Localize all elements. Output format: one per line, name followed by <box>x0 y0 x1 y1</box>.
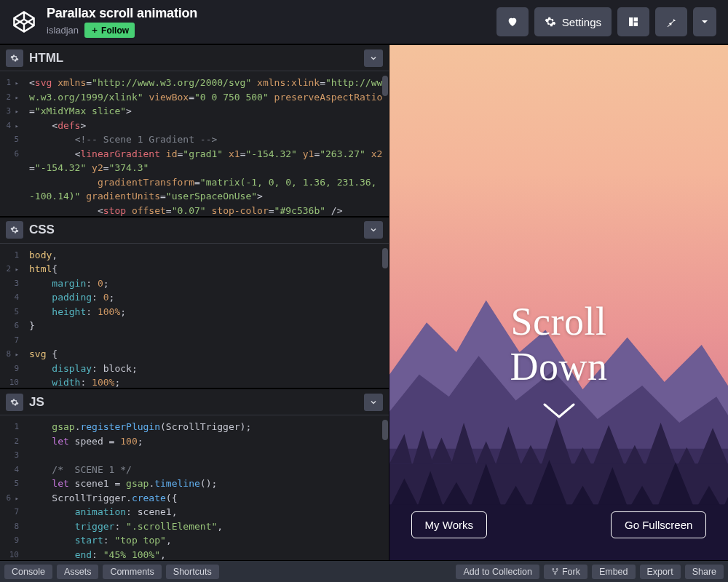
editors-column: HTML 123456 <svg xmlns="http://www.w3.or… <box>0 45 389 560</box>
html-panel-header: HTML <box>0 45 389 71</box>
heart-button[interactable] <box>496 7 529 36</box>
html-settings-button[interactable] <box>6 49 23 67</box>
follow-button[interactable]: ＋Follow <box>84 23 135 38</box>
topbar: Parallax scroll animation isladjan ＋Foll… <box>0 0 728 45</box>
scrollbar-thumb[interactable] <box>382 420 388 440</box>
embed-button[interactable]: Embed <box>592 565 636 579</box>
svg-rect-4 <box>634 17 638 21</box>
chevron-down-icon <box>369 398 378 407</box>
scroll-headline: Scroll Down <box>474 299 644 389</box>
bottombar: Console Assets Comments Shortcuts Add to… <box>0 560 728 582</box>
html-panel: HTML 123456 <svg xmlns="http://www.w3.or… <box>0 45 389 218</box>
layout-button[interactable] <box>617 7 649 36</box>
js-panel-menu[interactable] <box>364 394 383 411</box>
gear-icon <box>545 16 556 28</box>
more-button[interactable] <box>693 7 716 36</box>
console-button[interactable]: Console <box>4 565 52 579</box>
html-panel-menu[interactable] <box>364 49 383 67</box>
pin-icon <box>665 16 677 28</box>
svg-rect-5 <box>634 23 638 26</box>
gear-icon <box>10 54 19 63</box>
line-gutter: 12345678910 <box>0 244 23 388</box>
js-settings-button[interactable] <box>6 394 23 411</box>
gear-icon <box>10 226 19 234</box>
scrollbar-thumb[interactable] <box>382 248 388 268</box>
html-code-editor[interactable]: 123456 <svg xmlns="http://www.w3.org/200… <box>0 71 389 216</box>
pin-button[interactable] <box>655 7 687 36</box>
html-panel-title: HTML <box>29 51 63 65</box>
js-code-editor[interactable]: 12345678910 gsap.registerPlugin(ScrollTr… <box>0 415 389 560</box>
fork-button[interactable]: Fork <box>544 565 587 579</box>
line-gutter: 123456 <box>0 71 23 216</box>
topbar-actions: Settings <box>496 7 716 36</box>
go-fullscreen-button[interactable]: Go Fullscreen <box>611 511 706 538</box>
html-source: <svg xmlns="http://www.w3.org/2000/svg" … <box>23 71 389 216</box>
gear-icon <box>10 398 19 407</box>
chevron-down-icon <box>699 16 711 28</box>
pen-title: Parallax scroll animation <box>47 6 197 21</box>
line-gutter: 12345678910 <box>0 415 23 560</box>
scrollbar-thumb[interactable] <box>382 76 388 96</box>
settings-button[interactable]: Settings <box>534 7 612 36</box>
css-settings-button[interactable] <box>6 221 23 239</box>
chevron-down-icon <box>541 401 577 423</box>
title-block: Parallax scroll animation isladjan ＋Foll… <box>47 6 197 38</box>
export-button[interactable]: Export <box>640 565 681 579</box>
css-code-editor[interactable]: 12345678910 body,html{ margin: 0; paddin… <box>0 244 389 388</box>
js-panel-header: JS <box>0 389 389 415</box>
add-to-collection-button[interactable]: Add to Collection <box>456 565 539 579</box>
preview-pane: Scroll Down My Works Go Fullscreen <box>389 45 728 560</box>
my-works-button[interactable]: My Works <box>411 511 487 538</box>
share-button[interactable]: Share <box>685 565 724 579</box>
css-panel-header: CSS <box>0 218 389 244</box>
js-source: gsap.registerPlugin(ScrollTrigger); let … <box>23 415 389 560</box>
js-panel: JS 12345678910 gsap.registerPlugin(Scrol… <box>0 389 389 560</box>
heart-icon <box>507 16 518 28</box>
shortcuts-button[interactable]: Shortcuts <box>166 565 219 579</box>
author-link[interactable]: isladjan <box>47 25 79 36</box>
plus-icon: ＋ <box>90 24 99 36</box>
comments-button[interactable]: Comments <box>103 565 161 579</box>
preview-buttons: My Works Go Fullscreen <box>389 511 728 538</box>
css-panel-title: CSS <box>29 223 55 237</box>
css-source: body,html{ margin: 0; padding: 0; height… <box>23 244 389 388</box>
svg-rect-3 <box>629 17 633 26</box>
css-panel-menu[interactable] <box>364 221 383 239</box>
layout-icon <box>628 16 639 28</box>
assets-button[interactable]: Assets <box>57 565 99 579</box>
css-panel: CSS 12345678910 body,html{ margin: 0; pa… <box>0 218 389 390</box>
js-panel-title: JS <box>29 395 44 410</box>
main: HTML 123456 <svg xmlns="http://www.w3.or… <box>0 45 728 560</box>
codepen-logo-icon[interactable] <box>12 9 36 34</box>
chevron-down-icon <box>369 54 378 63</box>
fork-icon <box>551 567 559 575</box>
chevron-down-icon <box>369 226 378 234</box>
